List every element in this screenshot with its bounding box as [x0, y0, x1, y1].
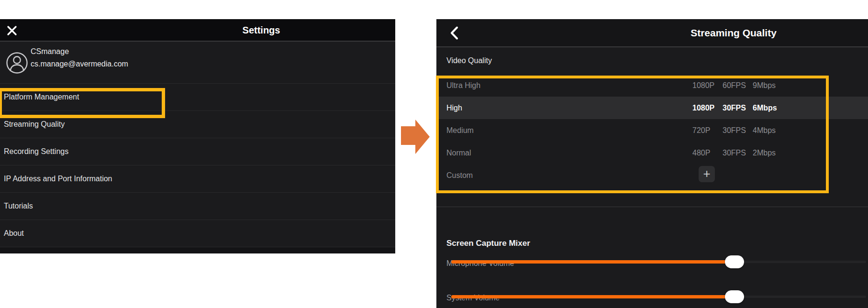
quality-option-high[interactable]: High 1080P 30FPS 6Mbps	[436, 97, 868, 119]
quality-label: Normal	[436, 149, 471, 157]
quality-values: 480P 30FPS 2Mbps	[692, 149, 776, 157]
section-divider	[436, 207, 868, 207]
quality-option-ultra-high[interactable]: Ultra High 1080P 60FPS 9Mbps	[436, 74, 868, 97]
resolution-value: 1080P	[692, 104, 723, 112]
sidebar-item-platform-management[interactable]: Platform Management	[0, 84, 395, 111]
resolution-value: 480P	[692, 149, 723, 157]
page-title: Streaming Quality	[690, 27, 777, 39]
system-volume-slider[interactable]	[451, 290, 866, 303]
sidebar-item-label: IP Address and Port Information	[4, 175, 112, 183]
settings-panel: Settings CSmanage cs.manage@avermedia.co…	[0, 19, 395, 253]
close-icon[interactable]	[6, 25, 18, 36]
sidebar-item-streaming-quality[interactable]: Streaming Quality	[0, 111, 395, 138]
sidebar-item-tutorials[interactable]: Tutorials	[0, 193, 395, 220]
sidebar-item-recording-settings[interactable]: Recording Settings	[0, 138, 395, 165]
fps-value: 30FPS	[723, 149, 753, 157]
streaming-quality-panel: Streaming Quality Video Quality Ultra Hi…	[436, 19, 868, 308]
quality-values: 1080P 30FPS 6Mbps	[692, 104, 777, 112]
bitrate-value: 6Mbps	[753, 104, 777, 112]
slider-thumb[interactable]	[725, 290, 744, 303]
mixer-section-label: Screen Capture Mixer	[446, 239, 530, 248]
video-quality-section-label: Video Quality	[436, 47, 868, 74]
quality-option-normal[interactable]: Normal 480P 30FPS 2Mbps	[436, 142, 868, 164]
avatar-icon	[6, 52, 28, 74]
quality-values: 720P 30FPS 4Mbps	[692, 126, 776, 135]
fps-value: 30FPS	[723, 104, 753, 112]
slider-thumb[interactable]	[725, 255, 744, 268]
quality-label: High	[436, 104, 462, 112]
bitrate-value: 2Mbps	[753, 149, 776, 157]
bitrate-value: 9Mbps	[753, 81, 776, 90]
bitrate-value: 4Mbps	[753, 126, 776, 135]
slider-fill	[451, 295, 734, 298]
sidebar-item-label: Platform Management	[4, 93, 79, 101]
right-arrow-icon	[401, 120, 430, 154]
sidebar-item-ip-address-port[interactable]: IP Address and Port Information	[0, 165, 395, 193]
back-chevron-icon[interactable]	[450, 26, 458, 40]
quality-label: Medium	[436, 126, 474, 135]
streaming-quality-header: Streaming Quality	[436, 19, 868, 47]
settings-header: Settings	[0, 19, 395, 42]
sidebar-item-label: Tutorials	[4, 202, 33, 210]
screenshot-canvas: Settings CSmanage cs.manage@avermedia.co…	[0, 0, 868, 308]
sidebar-item-label: Recording Settings	[4, 147, 68, 156]
resolution-value: 720P	[692, 126, 723, 135]
fps-value: 30FPS	[723, 126, 753, 135]
account-row[interactable]: CSmanage cs.manage@avermedia.com	[0, 42, 395, 84]
sidebar-item-label: Streaming Quality	[4, 120, 65, 129]
resolution-value: 1080P	[692, 81, 723, 90]
sidebar-item-about[interactable]: About	[0, 220, 395, 247]
microphone-volume-slider[interactable]	[451, 255, 866, 268]
fps-value: 60FPS	[723, 81, 753, 90]
quality-values: 1080P 60FPS 9Mbps	[692, 81, 776, 90]
quality-option-medium[interactable]: Medium 720P 30FPS 4Mbps	[436, 119, 868, 142]
page-title: Settings	[243, 24, 280, 35]
quality-label: Custom	[436, 171, 473, 180]
slider-fill	[451, 260, 734, 264]
section-label-text: Video Quality	[446, 56, 492, 65]
quality-option-custom[interactable]: Custom +	[436, 164, 868, 187]
quality-label: Ultra High	[436, 81, 480, 90]
add-custom-quality-button[interactable]: +	[699, 166, 715, 182]
account-email: cs.manage@avermedia.com	[31, 60, 128, 68]
account-name: CSmanage	[31, 47, 69, 56]
sidebar-item-label: About	[4, 229, 24, 238]
panel-bottom-strip	[0, 247, 395, 253]
